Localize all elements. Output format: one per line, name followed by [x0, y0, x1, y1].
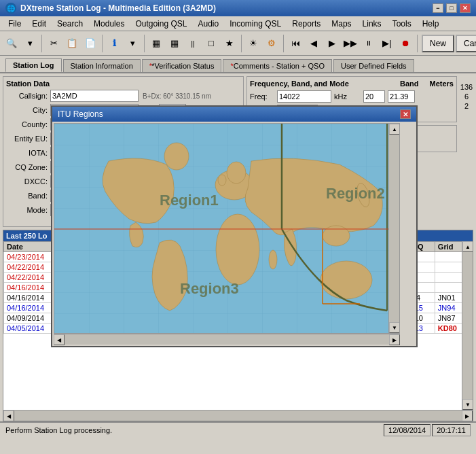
- menu-edit[interactable]: Edit: [26, 18, 52, 30]
- scroll-down-btn[interactable]: ▼: [462, 399, 473, 410]
- region2-label: Region2: [326, 185, 385, 202]
- map-scroll-right-btn[interactable]: ▶: [389, 334, 400, 345]
- menu-search[interactable]: Search: [52, 18, 88, 30]
- menu-incoming-qsl[interactable]: Incoming QSL: [224, 18, 287, 30]
- map-scroll-down-btn[interactable]: ▼: [389, 322, 400, 333]
- callsign-input[interactable]: [50, 90, 139, 102]
- toolbar-prev-prev-btn[interactable]: ⏮: [287, 35, 304, 52]
- mode-label-s: Mode:: [6, 206, 50, 214]
- band-value-input[interactable]: [363, 90, 385, 103]
- toolbar-play-btn[interactable]: ▶: [323, 35, 341, 52]
- cq-zone-label: CQ Zone:: [6, 163, 50, 171]
- city-label: City:: [6, 106, 50, 114]
- svg-point-8: [321, 261, 372, 299]
- maximize-button[interactable]: □: [446, 3, 457, 13]
- toolbar-sq-btn[interactable]: □: [202, 35, 220, 52]
- cancel-button[interactable]: Cancel: [456, 35, 476, 52]
- toolbar-info-dropdown[interactable]: ▾: [124, 35, 141, 52]
- toolbar-paste-btn[interactable]: 📄: [81, 35, 99, 52]
- itu-modal-title: ITU Regions: [58, 109, 103, 119]
- menu-bar: File Edit Search Modules Outgoing QSL Au…: [0, 16, 476, 31]
- scroll-track-v: [462, 252, 473, 399]
- scroll-left-btn[interactable]: ◀: [3, 411, 14, 421]
- toolbar-next-btn[interactable]: ▶▶: [342, 35, 359, 52]
- menu-reports[interactable]: Reports: [287, 18, 326, 30]
- map-scroll-left-btn[interactable]: ◀: [54, 334, 65, 345]
- toolbar-col-btn[interactable]: ||: [184, 35, 202, 52]
- menu-audio[interactable]: Audio: [192, 18, 224, 30]
- scroll-right-btn[interactable]: ▶: [462, 411, 473, 421]
- toolbar-dropdown-btn[interactable]: ▾: [21, 35, 39, 52]
- status-message: Perform Station Log processing.: [5, 426, 112, 434]
- itu-modal-window: ITU Regions ✕: [51, 105, 418, 347]
- itu-close-button[interactable]: ✕: [400, 109, 411, 119]
- toolbar-record-btn[interactable]: ⏺: [397, 35, 414, 52]
- close-button[interactable]: ✕: [460, 3, 471, 13]
- iota-label: IOTA:: [6, 149, 50, 157]
- toolbar-next-next-btn[interactable]: ▶|: [378, 35, 396, 52]
- map-scrollbar-h[interactable]: ◀ ▶: [54, 334, 400, 345]
- tabs-bar: Station Log Station Information **Verifi…: [0, 56, 476, 73]
- freq-input[interactable]: [277, 90, 331, 103]
- toolbar-pause-btn[interactable]: ⏸: [360, 35, 378, 52]
- minimize-button[interactable]: −: [433, 3, 443, 13]
- map-scroll-up-btn[interactable]: ▲: [389, 124, 400, 135]
- scroll-num-2: 6: [464, 92, 469, 101]
- county-label: County:: [6, 120, 50, 128]
- svg-point-5: [216, 214, 259, 285]
- meters-value-input[interactable]: [388, 90, 415, 103]
- tab-station-information[interactable]: Station Information: [63, 59, 141, 72]
- callsign-label: Callsign:: [6, 92, 50, 100]
- menu-maps[interactable]: Maps: [326, 18, 356, 30]
- tab-comments[interactable]: *Comments - Station + QSO: [223, 59, 331, 72]
- band-label-s: Band:: [6, 192, 50, 200]
- region1-label: Region1: [160, 192, 219, 209]
- svg-point-3: [227, 162, 246, 184]
- title-bar: 🌐 DXtreme Station Log - Multimedia Editi…: [0, 0, 476, 16]
- map-scrollbar-v[interactable]: ▲ ▼: [388, 124, 399, 333]
- menu-modules[interactable]: Modules: [88, 18, 130, 30]
- region3-label: Region3: [180, 280, 239, 297]
- freq-section-title: Frequency, Band, and Mode: [250, 80, 349, 88]
- station-data-title: Station Data: [6, 80, 240, 88]
- status-date: 12/08/2014: [384, 424, 431, 436]
- toolbar-prev-btn[interactable]: ◀: [305, 35, 323, 52]
- tab-user-defined[interactable]: User Defined Fields: [333, 59, 414, 72]
- tab-station-log[interactable]: Station Log: [5, 58, 62, 72]
- toolbar-info-btn[interactable]: ℹ: [105, 35, 123, 52]
- window-controls: − □ ✕: [433, 3, 471, 13]
- log-scrollbar-v[interactable]: ▲ ▼: [462, 241, 473, 410]
- menu-outgoing-qsl[interactable]: Outgoing QSL: [130, 18, 192, 30]
- status-bar: Perform Station Log processing. 12/08/20…: [0, 421, 476, 438]
- scroll-num-3: 2: [464, 102, 469, 110]
- svg-point-9: [164, 143, 189, 170]
- toolbar: 🔍 ▾ ✂ 📋 📄 ℹ ▾ ▦ ▦ || □ ★ ☀ ⚙ ⏮ ◀ ▶ ▶▶ ⏸: [0, 31, 476, 56]
- toolbar-search-btn[interactable]: 🔍: [3, 35, 20, 52]
- right-scroll-numbers: 136 6 2: [460, 76, 473, 227]
- scroll-up-btn[interactable]: ▲: [462, 241, 473, 252]
- bdx-label: B+Dx: 60° 3310.15 nm: [143, 92, 211, 100]
- log-table-title: Last 250 Lo: [6, 232, 48, 240]
- toolbar-copy-btn[interactable]: 📋: [63, 35, 81, 52]
- world-map: Region3 Region1 Region2 ▲ ▼: [54, 123, 400, 334]
- menu-tools[interactable]: Tools: [387, 18, 417, 30]
- log-scrollbar-h[interactable]: ◀ ▶: [3, 410, 473, 421]
- toolbar-cut-btn[interactable]: ✂: [45, 35, 62, 52]
- new-button[interactable]: New: [422, 35, 454, 52]
- svg-point-10: [269, 250, 277, 269]
- scroll-track-h: [14, 411, 462, 421]
- menu-help[interactable]: Help: [417, 18, 445, 30]
- toolbar-sun-btn[interactable]: ☀: [244, 35, 262, 52]
- tab-verification-status[interactable]: **Verification Status: [142, 59, 222, 72]
- band-col-label: Band: [400, 80, 419, 88]
- menu-file[interactable]: File: [3, 18, 26, 30]
- toolbar-grid-btn[interactable]: ▦: [147, 35, 165, 52]
- window-title: DXtreme Station Log - Multimedia Edition…: [20, 3, 216, 13]
- menu-links[interactable]: Links: [357, 18, 387, 30]
- entity-eu-label: Entity EU:: [6, 135, 50, 143]
- map-scroll-track-h: [65, 334, 389, 345]
- freq-label: Freq:: [250, 92, 277, 101]
- toolbar-gear-btn[interactable]: ⚙: [263, 35, 280, 52]
- toolbar-grid2-btn[interactable]: ▦: [166, 35, 183, 52]
- toolbar-star-btn[interactable]: ★: [221, 35, 238, 52]
